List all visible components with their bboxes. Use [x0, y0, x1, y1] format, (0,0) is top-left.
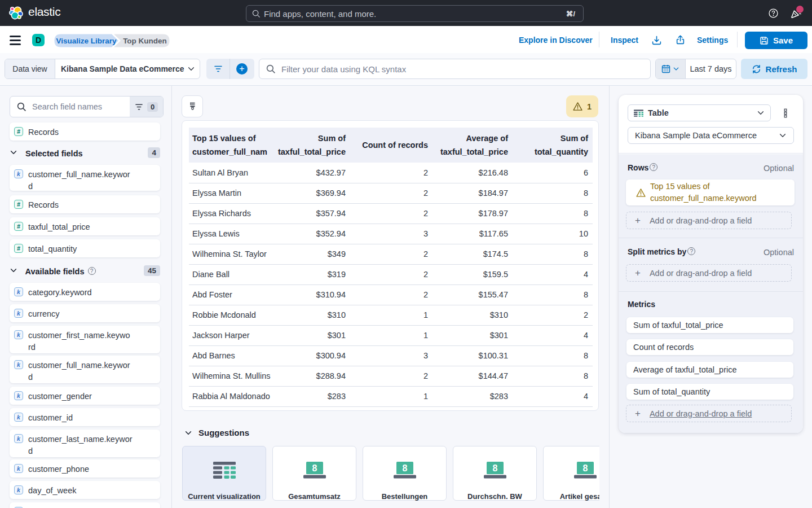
- svg-text:8: 8: [312, 463, 317, 473]
- svg-text:8: 8: [582, 463, 588, 473]
- svg-text:8: 8: [492, 463, 497, 473]
- svg-text:Visualize Library: Visualize Library: [56, 37, 117, 45]
- svg-text:Top Kunden: Top Kunden: [123, 37, 167, 45]
- svg-text:8: 8: [402, 463, 407, 473]
